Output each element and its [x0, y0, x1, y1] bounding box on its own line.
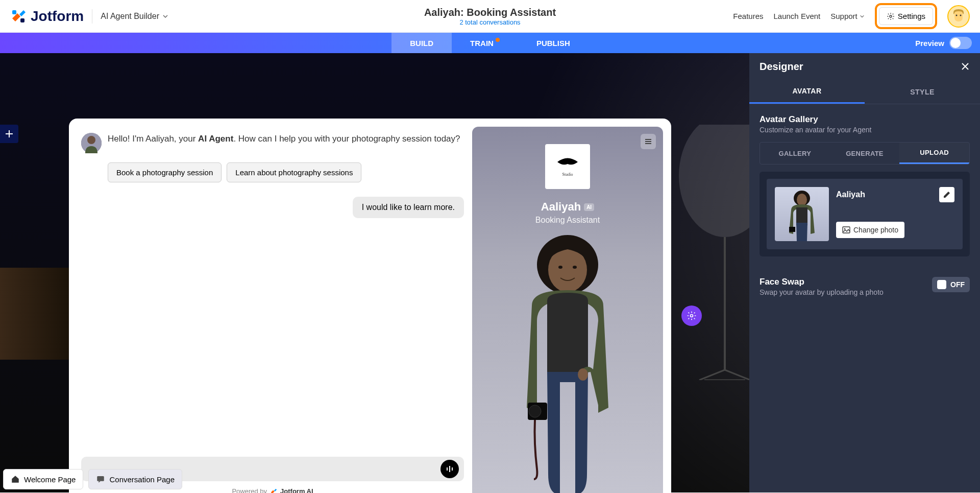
divider — [92, 9, 92, 24]
subtab-upload[interactable]: UPLOAD — [899, 143, 969, 164]
avatar-thumbnail — [775, 187, 829, 241]
face-swap-title: Face Swap — [760, 277, 884, 287]
ai-badge: AI — [584, 203, 594, 211]
svg-rect-14 — [449, 466, 450, 472]
svg-line-9 — [699, 370, 725, 380]
svg-rect-15 — [452, 467, 453, 471]
face-swap-section: Face Swap Swap your avatar by uploading … — [760, 277, 970, 296]
svg-rect-1 — [20, 18, 24, 22]
powered-brand: Jotform AI — [280, 487, 313, 493]
greeting-post: . How can I help you with your photograp… — [233, 134, 460, 144]
preview-label: Preview — [915, 39, 944, 48]
preview-toggle-group: Preview — [915, 37, 972, 49]
greeting-bold: AI Agent — [198, 134, 233, 144]
logo[interactable]: Jotform — [10, 8, 84, 25]
tab-publish[interactable]: PUBLISH — [518, 33, 589, 53]
phone-subtitle: Booking Assistant — [472, 216, 663, 225]
face-swap-toggle[interactable]: OFF — [932, 277, 970, 292]
designer-tabs: AVATAR STYLE — [749, 80, 980, 104]
designer-panel: Designer AVATAR STYLE Avatar Gallery Cus… — [749, 53, 980, 492]
gear-icon — [887, 12, 895, 20]
ai-builder-label: AI Agent Builder — [101, 12, 159, 21]
svg-point-4 — [956, 14, 958, 16]
toggle-knob — [950, 38, 961, 48]
svg-point-32 — [844, 228, 846, 230]
tab-publish-label: PUBLISH — [536, 39, 570, 48]
close-icon — [961, 62, 970, 71]
chat-card: Hello! I'm Aaliyah, your AI Agent. How c… — [69, 119, 671, 493]
svg-point-19 — [573, 266, 577, 269]
gallery-title: Avatar Gallery — [760, 114, 970, 125]
close-button[interactable] — [961, 62, 970, 71]
ai-builder-dropdown[interactable]: AI Agent Builder — [101, 12, 168, 21]
svg-line-10 — [725, 370, 750, 380]
avatar-thumb-icon — [775, 187, 829, 241]
svg-rect-13 — [447, 467, 448, 471]
add-button[interactable] — [0, 125, 18, 143]
tab-style[interactable]: STYLE — [865, 80, 980, 104]
conversation-page-button[interactable]: Conversation Page — [88, 469, 182, 489]
gear-icon — [687, 311, 697, 321]
phone-name-text: Aaliyah — [541, 200, 581, 214]
user-message: I would like to learn more. — [353, 197, 464, 218]
avatar-name: Aaliyah — [836, 190, 865, 199]
avatar-icon — [949, 7, 968, 26]
designer-header: Designer — [749, 53, 980, 80]
designer-body: Avatar Gallery Customize an avatar for y… — [749, 104, 980, 307]
chevron-down-icon — [162, 13, 168, 19]
face-swap-text: Face Swap Swap your avatar by uploading … — [760, 277, 884, 296]
preview-toggle[interactable] — [949, 37, 972, 49]
support-dropdown[interactable]: Support — [830, 12, 865, 20]
change-photo-button[interactable]: Change photo — [836, 222, 904, 238]
svg-rect-30 — [789, 227, 795, 232]
chevron-down-icon — [860, 14, 865, 19]
page-title: Aaliyah: Booking Assistant — [424, 7, 556, 18]
svg-point-28 — [797, 194, 807, 206]
settings-button[interactable]: Settings — [879, 7, 933, 25]
avatar-name-row: Aaliyah — [836, 187, 954, 202]
features-link[interactable]: Features — [733, 12, 763, 20]
avatar-row: Aaliyah Change photo — [767, 179, 963, 249]
agent-avatar-small — [81, 133, 102, 153]
mic-button[interactable] — [440, 460, 459, 478]
phone-menu-button[interactable] — [641, 134, 656, 149]
welcome-page-button[interactable]: Welcome Page — [3, 469, 83, 489]
plus-icon — [5, 129, 14, 138]
svg-rect-0 — [12, 10, 16, 14]
logo-icon — [10, 8, 27, 25]
notification-dot-icon — [496, 38, 500, 42]
app-header: Jotform AI Agent Builder Aaliyah: Bookin… — [0, 0, 980, 33]
face-swap-subtitle: Swap your avatar by uploading a photo — [760, 288, 884, 296]
chat-column: Hello! I'm Aaliyah, your AI Agent. How c… — [77, 127, 472, 493]
chip-learn[interactable]: Learn about photography sessions — [227, 162, 361, 182]
tab-train[interactable]: TRAIN — [452, 33, 518, 53]
launch-link[interactable]: Launch Event — [774, 12, 821, 20]
tab-build-label: BUILD — [410, 39, 433, 48]
avatar-image — [496, 229, 639, 493]
header-right: Features Launch Event Support Settings — [733, 3, 970, 29]
subtab-gallery[interactable]: GALLERY — [760, 143, 830, 164]
svg-rect-29 — [796, 207, 807, 225]
image-icon — [842, 226, 850, 234]
agent-message: Hello! I'm Aaliyah, your AI Agent. How c… — [81, 133, 464, 153]
brand-logo-icon — [552, 157, 583, 172]
home-icon — [11, 475, 20, 484]
chat-icon — [96, 475, 105, 484]
tab-avatar[interactable]: AVATAR — [749, 80, 865, 104]
off-label: OFF — [950, 280, 965, 289]
user-avatar[interactable] — [947, 5, 970, 28]
subtab-generate[interactable]: GENERATE — [830, 143, 900, 164]
page-subtitle: 2 total conversations — [424, 18, 556, 26]
svg-point-24 — [578, 368, 588, 381]
stage-settings-button[interactable] — [681, 306, 702, 326]
tab-build[interactable]: BUILD — [391, 33, 452, 53]
phone-logo: Studio — [545, 144, 590, 189]
svg-rect-26 — [97, 476, 105, 481]
bottom-bar: Welcome Page Conversation Page — [3, 469, 182, 489]
avatar-icon — [81, 133, 102, 153]
hamburger-icon — [644, 137, 652, 146]
svg-point-5 — [960, 14, 962, 16]
edit-avatar-button[interactable] — [939, 187, 954, 202]
avatar-card: Aaliyah Change photo — [760, 172, 970, 256]
chip-book[interactable]: Book a photography session — [108, 162, 222, 182]
